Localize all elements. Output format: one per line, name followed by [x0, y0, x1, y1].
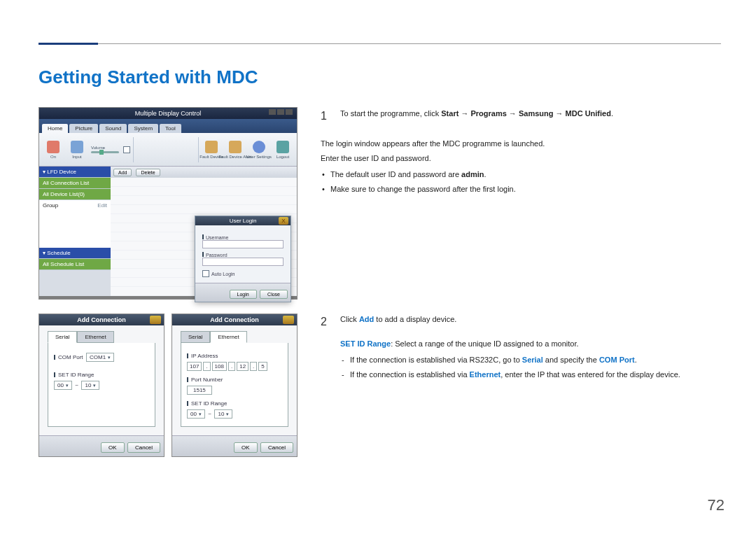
tab-serial[interactable]: Serial: [48, 331, 77, 343]
sidebar: ▾ LFD Device All Connection List All Dev…: [39, 167, 111, 296]
screenshot-add-connection-ethernet: Add Connection Serial Ethernet IP Addres…: [172, 314, 298, 457]
login-dialog: User Login X Username Password Auto Logi…: [195, 216, 291, 302]
login-password-input[interactable]: [202, 258, 284, 266]
sidebar-edit[interactable]: Edit: [97, 202, 107, 209]
range-from[interactable]: 00▾: [54, 381, 72, 390]
window-title: Multiple Display Control: [39, 108, 297, 119]
tab-picture[interactable]: Picture: [69, 124, 98, 133]
window-controls[interactable]: [269, 109, 293, 115]
auto-login-checkbox[interactable]: [202, 270, 209, 277]
sidebar-all-connection[interactable]: All Connection List: [39, 178, 111, 189]
tab-sound[interactable]: Sound: [99, 124, 127, 133]
sidebar-group-area: Group Edit: [39, 200, 111, 248]
sidebar-all-device[interactable]: All Device List(0): [39, 189, 111, 200]
btn-on[interactable]: On: [43, 137, 63, 162]
btn-fault-alert[interactable]: Fault Device Alert: [225, 137, 245, 162]
toolbar: On Input Volume Fault Device Fault Devic…: [39, 133, 297, 167]
sidebar-all-schedule[interactable]: All Schedule List: [39, 259, 111, 270]
main-tabs: Home Picture Sound System Tool: [39, 119, 297, 133]
cancel-button[interactable]: Cancel: [127, 442, 160, 453]
com-port-select[interactable]: COM1▾: [86, 353, 114, 362]
range-from[interactable]: 00▾: [187, 409, 205, 419]
ok-button[interactable]: OK: [234, 442, 258, 453]
tab-ethernet[interactable]: Ethernet: [77, 331, 113, 343]
screenshot-mdc-main: Multiple Display Control Home Picture So…: [38, 107, 298, 300]
btn-logout[interactable]: Logout: [273, 137, 293, 162]
close-icon[interactable]: [150, 316, 161, 324]
login-title: User Login X: [195, 216, 290, 225]
port-input[interactable]: 1515: [187, 386, 212, 395]
close-icon[interactable]: [283, 316, 294, 324]
volume-slider[interactable]: Volume: [91, 139, 119, 161]
sidebar-lfd-header[interactable]: ▾ LFD Device: [39, 167, 111, 178]
login-username-input[interactable]: [202, 240, 284, 248]
btn-user-settings[interactable]: User Settings: [249, 137, 269, 162]
login-close-button[interactable]: Close: [260, 290, 288, 299]
page-title: Getting Started with MDC: [38, 66, 258, 88]
cancel-button[interactable]: Cancel: [260, 442, 293, 453]
range-to[interactable]: 10▾: [81, 381, 99, 390]
ok-button[interactable]: OK: [101, 442, 125, 453]
tab-home[interactable]: Home: [42, 124, 68, 133]
tab-ethernet[interactable]: Ethernet: [210, 331, 246, 343]
volume-mute-checkbox[interactable]: [123, 146, 130, 153]
device-grid-area: Add Delete Connection Type Port SET ID U…: [111, 167, 297, 296]
btn-delete-device[interactable]: Delete: [136, 169, 160, 176]
tab-serial[interactable]: Serial: [181, 331, 210, 343]
tab-system[interactable]: System: [128, 124, 158, 133]
screenshot-add-connection-serial: Add Connection Serial Ethernet COM Port …: [38, 314, 164, 457]
tab-tool[interactable]: Tool: [160, 124, 181, 133]
login-button[interactable]: Login: [230, 290, 257, 299]
btn-add-device[interactable]: Add: [113, 169, 132, 176]
login-close-icon[interactable]: X: [279, 217, 288, 225]
page-number: 72: [708, 496, 724, 514]
step-1-text: 1 To start the programme, click Start → …: [321, 108, 720, 198]
sidebar-schedule-header[interactable]: ▾ Schedule: [39, 248, 111, 259]
btn-input[interactable]: Input: [67, 137, 87, 162]
step-2-text: 2 Click Add to add a display device. SET…: [321, 314, 720, 384]
range-to[interactable]: 10▾: [214, 409, 232, 419]
ip-address-input[interactable]: 107.108.12.5: [187, 362, 282, 371]
